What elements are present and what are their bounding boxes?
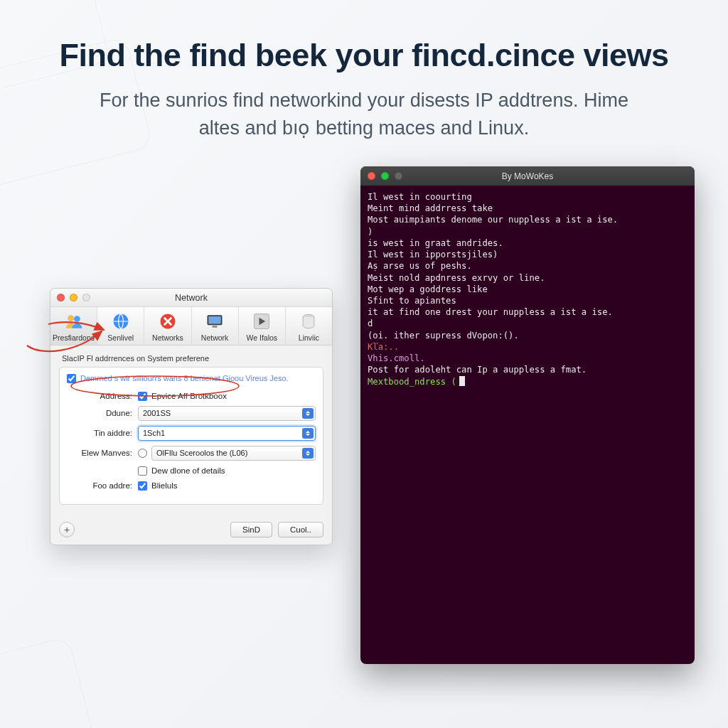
- terminal-output[interactable]: Il west in coourting Meint mind addrress…: [360, 186, 695, 393]
- info-note: Demmed s wir silliourrs wans 8 benienet …: [67, 373, 316, 384]
- toolbar-item-presfiardons[interactable]: Presfiardons: [50, 307, 97, 345]
- sind-button[interactable]: SinD: [230, 522, 272, 537]
- toolbar-item-we ifalos[interactable]: We Ifalos: [239, 307, 286, 345]
- network-preferences-window: Network PresfiardonsSenlivelNetworksNetw…: [50, 288, 333, 545]
- address-label: Address:: [67, 392, 132, 400]
- foo-check-label: Blieluls: [151, 481, 177, 490]
- svg-point-1: [68, 315, 74, 321]
- ddune-select[interactable]: 2001SS: [138, 406, 316, 421]
- address-check-label: Epvice Aff Brotkboox: [151, 392, 227, 400]
- window-title: Network: [50, 293, 332, 303]
- play-icon: [251, 311, 272, 332]
- add-button[interactable]: +: [59, 522, 75, 537]
- terminal-title: By MoWoKes: [360, 171, 695, 181]
- tin-select[interactable]: 1Sch1: [138, 426, 316, 441]
- terminal-window: By MoWoKes Il west in coourting Meint mi…: [360, 166, 695, 664]
- dew-checkbox[interactable]: [138, 466, 147, 476]
- ddune-label: Ddune:: [67, 409, 132, 417]
- svg-rect-6: [208, 316, 221, 324]
- foo-checkbox[interactable]: [138, 481, 147, 491]
- display-icon: [204, 311, 225, 332]
- cursor-icon: [459, 376, 465, 386]
- titlebar[interactable]: Network: [50, 289, 332, 307]
- toolbar-item-senlivel[interactable]: Senlivel: [97, 307, 144, 345]
- people-icon: [63, 311, 85, 332]
- toolbar-label: Linviic: [299, 333, 319, 342]
- cylinder-icon: [298, 311, 319, 332]
- svg-rect-7: [213, 326, 218, 328]
- globe-icon: [110, 311, 132, 332]
- toolbar-label: Presfiardons: [53, 333, 95, 342]
- svg-point-2: [74, 316, 80, 322]
- foo-label: Foo addre:: [67, 481, 132, 490]
- section-label: SlacIP Fl addrrences on System preferene: [62, 354, 323, 363]
- toolbar-label: We Ifalos: [246, 333, 277, 342]
- toolbar-label: Network: [201, 333, 229, 342]
- elew-select[interactable]: OlFIlu Sceroolos the (L06): [151, 446, 316, 461]
- toolbar-item-networks[interactable]: Networks: [144, 307, 191, 345]
- cuoi-button[interactable]: Cuol..: [278, 522, 323, 537]
- dew-label: Dew dlone of details: [151, 466, 225, 475]
- toolbar-item-network[interactable]: Network: [192, 307, 239, 345]
- elew-label: Elew Manves:: [67, 449, 132, 457]
- preferences-toolbar: PresfiardonsSenlivelNetworksNetworkWe If…: [50, 307, 332, 346]
- cancel-icon: [157, 311, 178, 332]
- note-checkbox[interactable]: [67, 374, 76, 383]
- toolbar-label: Senlivel: [107, 333, 134, 342]
- tin-label: Tin aiddre:: [67, 429, 132, 437]
- terminal-titlebar[interactable]: By MoWoKes: [360, 166, 695, 186]
- toolbar-item-linviic[interactable]: Linviic: [286, 307, 332, 345]
- toolbar-label: Networks: [152, 333, 183, 342]
- address-checkbox[interactable]: [138, 392, 147, 401]
- elew-radio[interactable]: [138, 449, 147, 458]
